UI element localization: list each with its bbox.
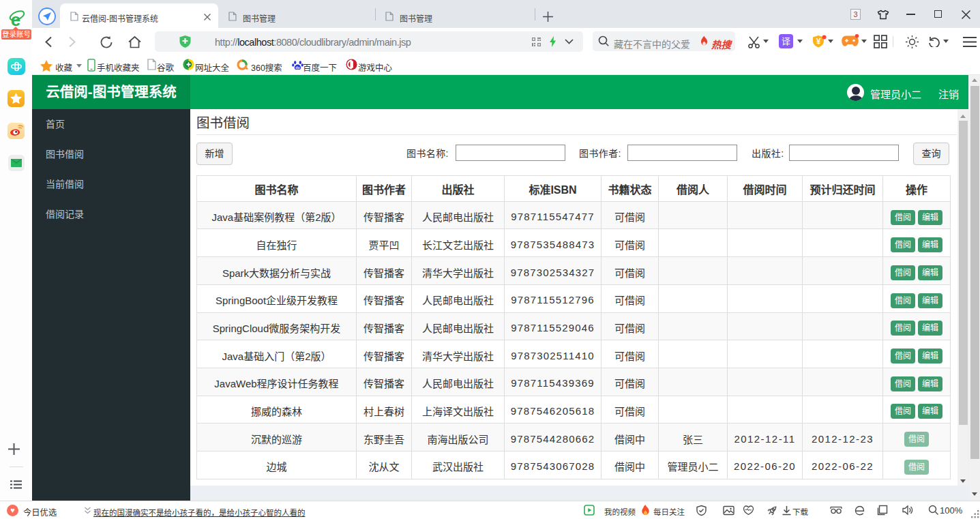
svg-text:¥: ¥ xyxy=(816,37,821,46)
svg-text:du: du xyxy=(295,65,299,69)
